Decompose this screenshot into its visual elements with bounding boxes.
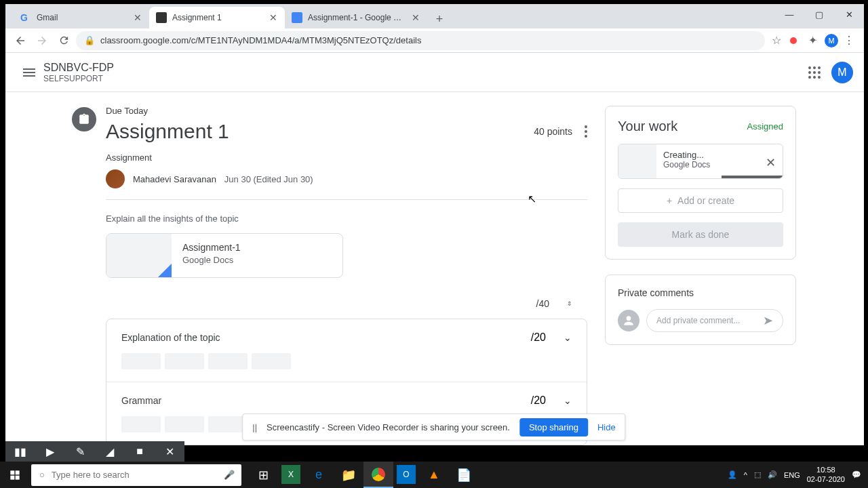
share-text: Screencastify - Screen Video Recorder is… [267, 422, 510, 432]
user-avatar-icon [618, 310, 639, 331]
tab-title: Assignment 1 [172, 13, 263, 22]
tray-up-icon[interactable]: ^ [744, 471, 747, 479]
work-name: Creating... [663, 150, 776, 160]
start-button[interactable] [0, 462, 30, 488]
due-date: Due Today [106, 106, 587, 116]
reload-button[interactable] [54, 31, 73, 50]
mic-icon[interactable]: 🎤 [224, 470, 235, 480]
notifications-icon[interactable]: 💬 [852, 470, 861, 479]
send-icon[interactable]: ➤ [763, 313, 773, 328]
back-button[interactable] [11, 31, 30, 50]
chrome-menu-icon[interactable]: ⋮ [844, 34, 854, 47]
date: 02-07-2020 [807, 475, 845, 484]
svg-rect-3 [10, 475, 14, 479]
remove-attachment-icon[interactable]: ✕ [766, 155, 776, 170]
author-name: Mahadevi Saravanan [133, 174, 216, 184]
profile-avatar[interactable]: M [825, 34, 838, 47]
search-placeholder: Type here to search [52, 470, 130, 480]
explorer-icon[interactable]: 📁 [334, 462, 363, 488]
forward-button[interactable] [33, 31, 52, 50]
assignment-description: Explain all the insights of the topic [106, 214, 587, 224]
chevron-down-icon[interactable]: ⌄ [564, 395, 572, 406]
erase-button[interactable]: ◢ [95, 441, 125, 462]
tab-bar: G Gmail ✕ Assignment 1 ✕ Assignment-1 - … [5, 4, 864, 28]
url-field[interactable]: 🔒 classroom.google.com/c/MTE1NTAyNDM1MDA… [76, 31, 765, 50]
pause-button[interactable]: ▮▮ [5, 441, 35, 462]
apps-icon[interactable] [808, 66, 821, 79]
clock[interactable]: 10:58 02-07-2020 [807, 466, 845, 483]
assignment-type: Assignment [106, 152, 587, 163]
chrome-icon[interactable] [363, 462, 393, 488]
add-create-button[interactable]: + Add or create [618, 188, 783, 213]
search-input[interactable]: ○ Type here to search 🎤 [31, 464, 241, 486]
assignment-main: Due Today Assignment 1 40 points Assignm… [72, 106, 587, 445]
screencastify-icon[interactable] [787, 34, 800, 47]
new-tab-button[interactable]: + [430, 9, 449, 28]
close-icon[interactable]: ✕ [411, 13, 420, 22]
work-thumbnail [618, 144, 656, 178]
tab-title: Assignment-1 - Google Docs [308, 13, 406, 22]
more-options-icon[interactable] [585, 125, 587, 138]
close-icon[interactable]: ✕ [269, 13, 278, 22]
tab-gmail[interactable]: G Gmail ✕ [14, 7, 149, 28]
url-text: classroom.google.com/c/MTE1NTAyNDM1MDA4/… [100, 35, 421, 45]
extensions-icon[interactable]: ✦ [806, 34, 819, 47]
edit-button[interactable]: ✎ [65, 441, 95, 462]
close-window-button[interactable]: ✕ [834, 4, 864, 24]
class-subtitle: SELFSUPPORT [43, 74, 808, 83]
language-indicator[interactable]: ENG [784, 471, 800, 479]
comments-heading: Private comments [618, 287, 783, 298]
attachment-card[interactable]: Assignment-1 Google Docs [106, 233, 343, 278]
classroom-header: SDNBVC-FDP SELFSUPPORT M [5, 53, 864, 92]
tab-docs[interactable]: Assignment-1 - Google Docs ✕ [285, 7, 427, 28]
close-icon[interactable]: ✕ [133, 13, 142, 22]
tab-assignment[interactable]: Assignment 1 ✕ [149, 7, 285, 28]
status-badge: Assigned [747, 121, 783, 131]
minimize-button[interactable]: — [774, 4, 804, 24]
maximize-button[interactable]: ▢ [804, 4, 834, 24]
attachment-thumbnail [106, 234, 172, 277]
star-icon[interactable]: ☆ [772, 34, 781, 47]
gmail-favicon: G [20, 12, 31, 23]
network-icon[interactable]: ⬚ [754, 470, 761, 479]
webcam-button[interactable]: ■ [125, 441, 155, 462]
expand-all-icon[interactable]: ⇕ [567, 300, 572, 307]
rubric-criterion[interactable]: Explanation of the topic /20 ⌄ [106, 319, 587, 382]
close-recorder-button[interactable]: ✕ [155, 441, 184, 462]
rubric-score: /20 [531, 394, 546, 407]
post-date: Jun 30 (Edited Jun 30) [224, 174, 313, 184]
notepad-icon[interactable]: 📄 [449, 462, 479, 488]
author-avatar [106, 169, 125, 188]
menu-icon[interactable] [16, 68, 43, 77]
class-info[interactable]: SDNBVC-FDP SELFSUPPORT [43, 62, 808, 83]
work-type: Google Docs [663, 160, 776, 169]
svg-point-0 [627, 316, 631, 321]
work-attachment[interactable]: Creating... Google Docs ✕ [618, 144, 783, 179]
edge-icon[interactable]: e [304, 462, 334, 488]
comment-input[interactable]: Add private comment... ➤ [646, 309, 783, 332]
play-button[interactable]: ▶ [35, 441, 65, 462]
svg-rect-1 [10, 470, 14, 474]
attachment-name: Assignment-1 [182, 242, 241, 253]
task-view-icon[interactable]: ⊞ [248, 462, 278, 488]
outlook-icon[interactable]: O [397, 465, 416, 484]
private-comments-card: Private comments Add private comment... … [605, 274, 796, 345]
tab-title: Gmail [37, 13, 127, 22]
assignment-title: Assignment 1 [106, 120, 229, 143]
hide-banner-button[interactable]: Hide [597, 422, 616, 432]
plus-icon: + [667, 195, 672, 206]
add-create-label: Add or create [677, 195, 734, 206]
vlc-icon[interactable]: ▲ [419, 462, 449, 488]
account-avatar[interactable]: M [831, 62, 853, 83]
mark-done-button[interactable]: Mark as done [618, 222, 783, 247]
volume-icon[interactable]: 🔊 [768, 470, 777, 479]
people-icon[interactable]: 👤 [728, 470, 737, 479]
class-title: SDNBVC-FDP [43, 62, 808, 74]
your-work-heading: Your work [618, 119, 677, 134]
cortana-icon: ○ [39, 470, 45, 480]
chevron-down-icon[interactable]: ⌄ [564, 332, 572, 343]
screen-share-banner: || Screencastify - Screen Video Recorder… [242, 413, 625, 441]
stop-sharing-button[interactable]: Stop sharing [519, 418, 588, 436]
excel-icon[interactable]: X [281, 465, 300, 484]
progress-bar [722, 176, 783, 178]
